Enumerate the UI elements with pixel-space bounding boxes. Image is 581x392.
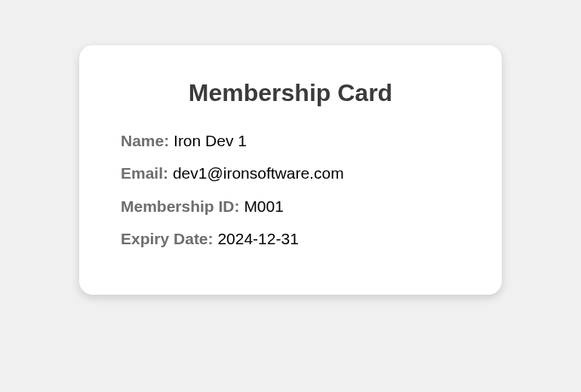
membership-card: Membership Card Name: Iron Dev 1 Email: … [79,45,502,295]
expiry-date-label: Expiry Date: [121,230,214,247]
name-label: Name: [121,132,169,149]
expiry-date-row: Expiry Date: 2024-12-31 [121,228,460,250]
name-value: Iron Dev 1 [174,132,247,149]
email-label: Email: [121,164,168,182]
expiry-date-value: 2024-12-31 [217,230,298,247]
membership-id-label: Membership ID: [121,198,240,215]
name-row: Name: Iron Dev 1 [121,130,460,152]
email-row: Email: dev1@ironsoftware.com [121,162,460,184]
card-title: Membership Card [121,79,460,107]
email-value: dev1@ironsoftware.com [173,164,344,182]
membership-id-row: Membership ID: M001 [121,195,460,217]
membership-id-value: M001 [244,198,284,215]
